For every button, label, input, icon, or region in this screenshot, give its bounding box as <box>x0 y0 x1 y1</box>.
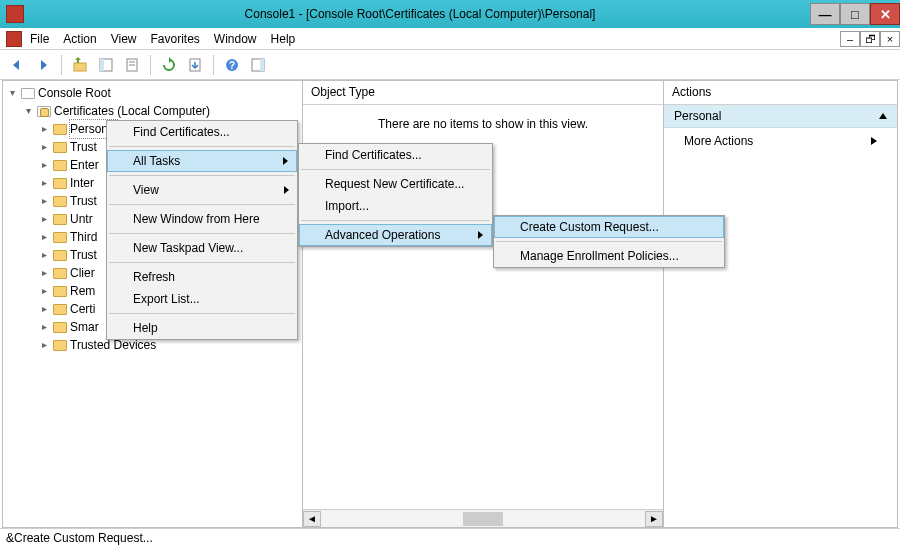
ctx2-advanced-operations[interactable]: Advanced Operations <box>299 224 492 246</box>
ctx2-find-certificates[interactable]: Find Certificates... <box>299 144 492 166</box>
ctx3-manage-enrollment[interactable]: Manage Enrollment Policies... <box>494 245 724 267</box>
expand-icon[interactable]: ▸ <box>39 160 50 171</box>
menu-file[interactable]: File <box>30 32 49 46</box>
svg-rect-10 <box>260 59 264 71</box>
menu-window[interactable]: Window <box>214 32 257 46</box>
tree-label: Enter <box>70 156 99 174</box>
expand-icon[interactable]: ▸ <box>39 142 50 153</box>
window-title: Console1 - [Console Root\Certificates (L… <box>30 7 810 21</box>
tree-label: Rem <box>70 282 95 300</box>
properties-button[interactable] <box>121 54 143 76</box>
back-button[interactable] <box>6 54 28 76</box>
tree-certificates-node[interactable]: ▾ Certificates (Local Computer) <box>23 102 302 120</box>
submenu-arrow-icon <box>284 186 289 194</box>
menu-favorites[interactable]: Favorites <box>151 32 200 46</box>
folder-icon <box>53 286 67 297</box>
show-hide-action-button[interactable] <box>247 54 269 76</box>
menu-action[interactable]: Action <box>63 32 96 46</box>
mdi-close-button[interactable]: × <box>880 31 900 47</box>
ctx-help[interactable]: Help <box>107 317 297 339</box>
actions-pane: Actions Personal More Actions <box>664 81 897 527</box>
ctx-new-window[interactable]: New Window from Here <box>107 208 297 230</box>
svg-rect-0 <box>74 63 86 71</box>
folder-icon <box>53 124 67 135</box>
collapse-icon[interactable]: ▾ <box>23 106 34 117</box>
folder-icon <box>53 214 67 225</box>
up-button[interactable] <box>69 54 91 76</box>
ctx-refresh[interactable]: Refresh <box>107 266 297 288</box>
expand-icon[interactable]: ▸ <box>39 322 50 333</box>
show-hide-tree-button[interactable] <box>95 54 117 76</box>
folder-icon <box>53 268 67 279</box>
context-menu-advanced: Create Custom Request... Manage Enrollme… <box>493 215 725 268</box>
expand-icon[interactable]: ▸ <box>39 178 50 189</box>
expand-icon[interactable]: ▸ <box>39 250 50 261</box>
scroll-thumb[interactable] <box>463 512 503 526</box>
expand-icon[interactable]: ▸ <box>39 286 50 297</box>
expand-icon[interactable]: ▸ <box>39 340 50 351</box>
tree-label: Trust <box>70 246 97 264</box>
refresh-button[interactable] <box>158 54 180 76</box>
tree-label: Trust <box>70 192 97 210</box>
menu-separator <box>301 220 490 221</box>
menu-separator <box>301 169 490 170</box>
content-column-header[interactable]: Object Type <box>303 81 663 105</box>
actions-more[interactable]: More Actions <box>664 128 897 154</box>
tree-label: Trust <box>70 138 97 156</box>
submenu-arrow-icon <box>283 157 288 165</box>
ctx-export-list[interactable]: Export List... <box>107 288 297 310</box>
tree-label: Inter <box>70 174 94 192</box>
actions-section[interactable]: Personal <box>664 105 897 128</box>
ctx-new-taskpad[interactable]: New Taskpad View... <box>107 237 297 259</box>
expand-icon[interactable]: ▸ <box>39 124 50 135</box>
menu-separator <box>109 233 295 234</box>
empty-msg: There are no items to show in this view. <box>378 117 588 131</box>
scroll-left-icon[interactable]: ◄ <box>303 511 321 527</box>
folder-icon <box>53 250 67 261</box>
folder-icon <box>53 304 67 315</box>
tree-label: Untr <box>70 210 93 228</box>
minimize-button[interactable]: — <box>810 3 840 25</box>
ctx-find-certificates[interactable]: Find Certificates... <box>107 121 297 143</box>
submenu-icon <box>871 137 877 145</box>
menu-separator <box>109 313 295 314</box>
collapse-icon[interactable]: ▾ <box>7 88 18 99</box>
expand-icon[interactable]: ▸ <box>39 268 50 279</box>
expand-icon[interactable]: ▸ <box>39 214 50 225</box>
folder-icon <box>53 322 67 333</box>
cert-icon <box>37 106 51 117</box>
actions-more-label: More Actions <box>684 134 753 148</box>
context-menu-tree: Find Certificates... All Tasks View New … <box>106 120 298 340</box>
maximize-button[interactable]: □ <box>840 3 870 25</box>
menu-view[interactable]: View <box>111 32 137 46</box>
actions-section-label: Personal <box>674 109 721 123</box>
expand-icon[interactable]: ▸ <box>39 304 50 315</box>
menu-help[interactable]: Help <box>271 32 296 46</box>
folder-icon <box>53 178 67 189</box>
svg-text:?: ? <box>229 60 235 71</box>
hscrollbar[interactable]: ◄ ► <box>303 509 663 527</box>
tree-label: Certificates (Local Computer) <box>54 102 210 120</box>
mdi-minimize-button[interactable]: – <box>840 31 860 47</box>
mdi-restore-button[interactable]: 🗗 <box>860 31 880 47</box>
help-button[interactable]: ? <box>221 54 243 76</box>
scroll-right-icon[interactable]: ► <box>645 511 663 527</box>
export-button[interactable] <box>184 54 206 76</box>
ctx2-import[interactable]: Import... <box>299 195 492 217</box>
tree-console-root[interactable]: ▾ Console Root <box>7 84 302 102</box>
folder-icon <box>21 88 35 99</box>
tree-label: Certi <box>70 300 95 318</box>
toolbar: ? <box>0 50 900 80</box>
expand-icon[interactable]: ▸ <box>39 196 50 207</box>
statusbar: &Create Custom Request... <box>0 528 900 548</box>
forward-button[interactable] <box>32 54 54 76</box>
folder-icon <box>53 160 67 171</box>
ctx-all-tasks[interactable]: All Tasks <box>107 150 297 172</box>
close-button[interactable]: ✕ <box>870 3 900 25</box>
mmc-icon <box>6 5 24 23</box>
ctx-view[interactable]: View <box>107 179 297 201</box>
ctx3-create-custom-request[interactable]: Create Custom Request... <box>494 216 724 238</box>
expand-icon[interactable]: ▸ <box>39 232 50 243</box>
ctx2-request-new-cert[interactable]: Request New Certificate... <box>299 173 492 195</box>
titlebar: Console1 - [Console Root\Certificates (L… <box>0 0 900 28</box>
